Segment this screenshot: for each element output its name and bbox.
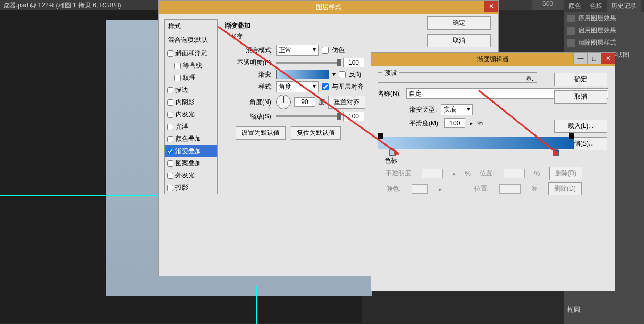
dither-label: 仿色 bbox=[332, 46, 345, 55]
dialog2-title[interactable]: 渐变编辑器 — □ ✕ bbox=[371, 53, 615, 66]
style-color-overlay[interactable]: 颜色叠加 bbox=[165, 133, 217, 145]
close-button[interactable]: ✕ bbox=[484, 1, 498, 12]
checkbox[interactable] bbox=[167, 185, 173, 191]
reset-align-button[interactable]: 重置对齐 bbox=[328, 96, 365, 109]
style-list: 样式 混合选项:默认 斜面和浮雕 等高线 纹理 描边 内阴影 内发光 光泽 颜色… bbox=[164, 19, 218, 194]
styles-header[interactable]: 样式 bbox=[165, 20, 217, 33]
checkbox[interactable] bbox=[167, 136, 173, 142]
panel-tabs: 颜色 色板 历史记录 bbox=[564, 0, 644, 12]
checkbox[interactable] bbox=[167, 99, 173, 106]
style-outer-glow[interactable]: 外发光 bbox=[165, 169, 217, 182]
checkbox[interactable] bbox=[167, 124, 173, 130]
checkbox[interactable] bbox=[174, 75, 181, 81]
tab-history[interactable]: 历史记录 bbox=[607, 0, 641, 12]
align-checkbox[interactable] bbox=[322, 83, 329, 90]
style-satin[interactable]: 光泽 bbox=[165, 121, 217, 133]
align-label: 与图层对齐 bbox=[332, 82, 364, 91]
checkbox[interactable] bbox=[167, 148, 173, 155]
gradient-label: 渐变: bbox=[236, 70, 273, 79]
load-button[interactable]: 载入(L)... bbox=[554, 120, 607, 133]
angle-input[interactable] bbox=[294, 97, 315, 107]
guide-vertical[interactable] bbox=[256, 286, 257, 324]
doc-icon bbox=[567, 15, 575, 22]
style-contour[interactable]: 等高线 bbox=[165, 59, 217, 72]
type-select[interactable]: 实底▾ bbox=[441, 104, 473, 115]
maximize-button[interactable]: □ bbox=[587, 53, 601, 64]
history-item[interactable]: 停用图层效果 bbox=[564, 12, 644, 24]
blend-options[interactable]: 混合选项:默认 bbox=[165, 33, 217, 47]
blend-mode-select[interactable]: 正常▾ bbox=[276, 45, 319, 56]
opacity-stop-right[interactable] bbox=[569, 133, 574, 139]
scale-input[interactable] bbox=[343, 112, 364, 121]
cancel-button[interactable]: 取消 bbox=[554, 90, 607, 104]
gradient-editor-dialog: 渐变编辑器 — □ ✕ 确定 取消 载入(L)... 存储(S)... 预设 ⚙… bbox=[371, 52, 615, 291]
reverse-checkbox[interactable] bbox=[339, 71, 346, 78]
doc-icon bbox=[567, 27, 575, 35]
history-item[interactable]: 清除图层样式 bbox=[564, 37, 644, 49]
style-stroke[interactable]: 描边 bbox=[165, 84, 217, 96]
percent: % bbox=[477, 120, 483, 127]
reverse-label: 反向 bbox=[349, 70, 362, 79]
style-inner-glow[interactable]: 内发光 bbox=[165, 108, 217, 121]
checkbox[interactable] bbox=[167, 160, 173, 167]
reset-default-button[interactable]: 复位为默认值 bbox=[291, 126, 341, 140]
tab-color[interactable]: 颜色 bbox=[564, 0, 586, 12]
style-select[interactable]: 角度▾ bbox=[276, 81, 319, 92]
style-pattern-overlay[interactable]: 图案叠加 bbox=[165, 157, 217, 169]
gear-icon[interactable]: ⚙. bbox=[526, 75, 533, 82]
stops-legend: 色标 bbox=[382, 156, 399, 165]
stop-pos-label2: 位置: bbox=[474, 184, 489, 193]
type-label: 渐变类型: bbox=[409, 105, 437, 114]
style-texture[interactable]: 纹理 bbox=[165, 72, 217, 84]
stop-pos-input2 bbox=[499, 184, 521, 194]
delete-button2: 删除(D) bbox=[548, 182, 582, 195]
checkbox[interactable] bbox=[167, 112, 173, 118]
opacity-input[interactable] bbox=[343, 58, 364, 67]
stop-pos-label: 位置: bbox=[480, 169, 494, 178]
name-label: 名称(N): bbox=[378, 89, 401, 98]
style-inner-shadow[interactable]: 内阴影 bbox=[165, 96, 217, 108]
color-swatch bbox=[412, 184, 428, 194]
dialog-title[interactable]: 图层样式 ✕ bbox=[159, 1, 498, 14]
presets-group: 预设 ⚙. bbox=[378, 72, 537, 83]
stop-pos-input bbox=[504, 169, 525, 178]
scale-slider[interactable] bbox=[276, 115, 340, 117]
stop-opacity-label: 不透明度: bbox=[386, 169, 413, 178]
ok-button[interactable]: 确定 bbox=[427, 16, 491, 30]
ok-button[interactable]: 确定 bbox=[554, 73, 607, 86]
close-button[interactable]: ✕ bbox=[601, 53, 615, 64]
scale-label: 缩放(S): bbox=[236, 112, 273, 121]
gradient-bar[interactable] bbox=[378, 137, 574, 149]
minimize-button[interactable]: — bbox=[573, 53, 587, 64]
color-stop-left[interactable] bbox=[389, 147, 395, 155]
set-default-button[interactable]: 设置为默认值 bbox=[236, 126, 286, 140]
checkbox[interactable] bbox=[167, 50, 173, 57]
style-drop-shadow[interactable]: 投影 bbox=[165, 182, 217, 194]
angle-label: 角度(N): bbox=[236, 98, 273, 107]
checkbox[interactable] bbox=[167, 87, 173, 93]
opacity-label: 不透明度(P): bbox=[236, 58, 273, 67]
opacity-slider[interactable] bbox=[276, 62, 340, 64]
history-item[interactable]: 启用图层效果 bbox=[564, 24, 644, 37]
smooth-label: 平滑度(M): bbox=[409, 119, 440, 128]
cancel-button[interactable]: 取消 bbox=[427, 34, 491, 47]
angle-dial[interactable] bbox=[276, 95, 291, 109]
checkbox[interactable] bbox=[167, 173, 173, 179]
angle-unit: 度 bbox=[319, 98, 325, 107]
stop-opacity-input bbox=[422, 169, 443, 178]
gradient-preview[interactable] bbox=[276, 70, 329, 79]
checkbox[interactable] bbox=[174, 63, 181, 69]
opacity-stop-left[interactable] bbox=[378, 133, 383, 139]
color-stop-right[interactable] bbox=[553, 147, 558, 155]
layer-item[interactable]: 椭圆 bbox=[564, 304, 644, 316]
dither-checkbox[interactable] bbox=[322, 47, 329, 54]
doc-icon bbox=[567, 39, 575, 47]
tab-swatches[interactable]: 色板 bbox=[586, 0, 607, 12]
presets-legend: 预设 bbox=[382, 69, 399, 78]
smooth-input[interactable] bbox=[444, 118, 465, 128]
stop-color-label: 颜色: bbox=[386, 184, 400, 193]
style-gradient-overlay[interactable]: 渐变叠加 bbox=[165, 145, 217, 157]
style-label: 样式: bbox=[236, 82, 273, 91]
style-bevel[interactable]: 斜面和浮雕 bbox=[165, 47, 217, 59]
blend-mode-label: 混合模式: bbox=[236, 46, 273, 55]
